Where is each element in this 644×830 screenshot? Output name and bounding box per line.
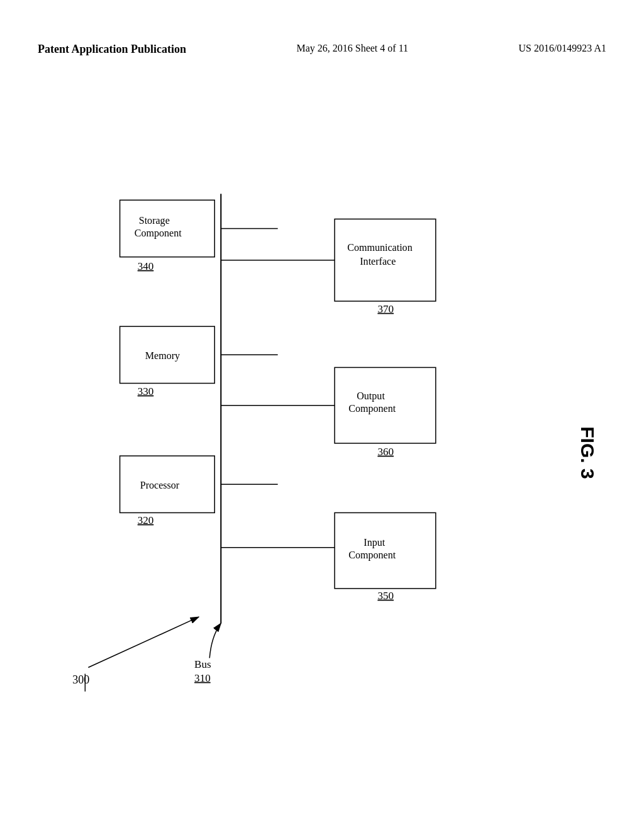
processor-sublabel: 320 [138, 514, 154, 526]
patent-diagram: 300 Bus 310 Storage Component 340 Memory… [38, 107, 606, 792]
storage-label-1: Storage [139, 215, 170, 226]
sheet-info: May 26, 2016 Sheet 4 of 11 [296, 42, 408, 55]
fig-label: FIG. 3 [577, 426, 598, 479]
output-label-2: Component [348, 403, 396, 414]
page-header: Patent Application Publication May 26, 2… [0, 42, 644, 57]
bus-sublabel: 310 [194, 672, 211, 684]
input-label-1: Input [364, 537, 385, 548]
memory-sublabel: 330 [138, 385, 154, 397]
comm-label-2: Interface [360, 256, 396, 267]
input-sublabel: 350 [377, 590, 394, 602]
bus-arrow [209, 623, 221, 658]
output-label-1: Output [357, 390, 385, 402]
patent-number: US 2016/0149923 A1 [518, 42, 606, 55]
diagram-svg: 300 Bus 310 Storage Component 340 Memory… [38, 107, 606, 792]
publication-title: Patent Application Publication [38, 42, 186, 57]
processor-label: Processor [140, 480, 180, 490]
storage-sublabel: 340 [138, 260, 154, 272]
output-sublabel: 360 [377, 446, 394, 458]
ref-arrow-300 [88, 617, 199, 667]
memory-label: Memory [145, 350, 180, 362]
ref-300-label: 300 [72, 673, 89, 686]
comm-label-1: Communication [347, 242, 413, 253]
bus-label: Bus [194, 658, 211, 670]
input-label-2: Component [348, 550, 396, 561]
storage-label-2: Component [135, 228, 182, 240]
comm-sublabel: 370 [377, 303, 394, 315]
